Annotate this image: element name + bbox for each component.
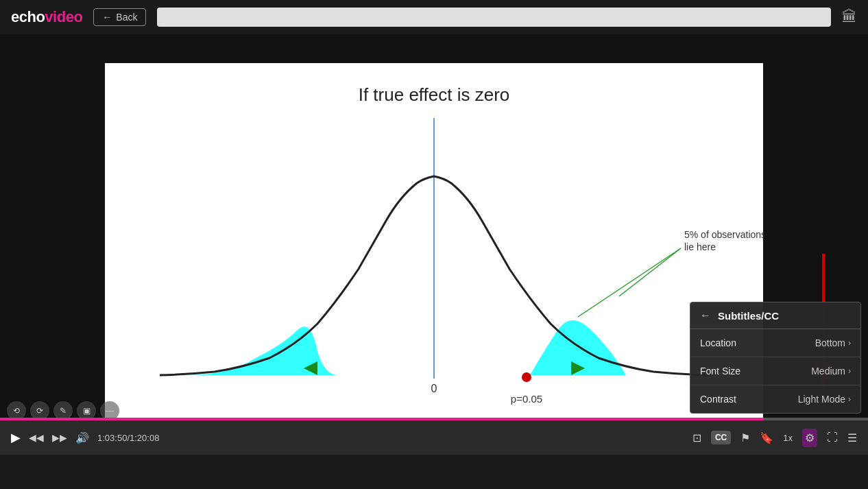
top-bar: echo video ← Back 🏛	[0, 0, 868, 34]
font-size-value: Medium ›	[811, 366, 851, 377]
panel-title: Subtitles/CC	[718, 310, 779, 322]
slide-container: If true effect is zero 5% of observation…	[105, 63, 763, 433]
time-display: 1:03:50/1:20:08	[97, 433, 159, 443]
annotation-text-line1: 5% of observations	[684, 229, 763, 240]
url-bar[interactable]	[157, 8, 831, 27]
fullscreen-button[interactable]: ⛶	[827, 431, 838, 444]
p-label: p=0.05	[511, 393, 542, 405]
p-value-dot	[522, 372, 531, 382]
volume-icon[interactable]: 🔊	[75, 431, 89, 444]
skip-back-button[interactable]: ◀◀	[29, 432, 44, 443]
flag-button[interactable]: ⚑	[740, 431, 750, 444]
toolbar-right: ⊡ CC ⚑ 🔖 1x ⚙ ⛶ ☰	[692, 429, 857, 447]
bottom-toolbar: ▶ ◀◀ ▶▶ 🔊 1:03:50/1:20:08 ⊡ CC ⚑ 🔖 1x ⚙ …	[0, 420, 868, 455]
subtitles-panel: ← Subtitles/CC Location Bottom › Font Si…	[690, 302, 861, 414]
logo-video: video	[45, 8, 82, 26]
contrast-label: Contrast	[700, 394, 736, 405]
transcript-button[interactable]: ⊡	[692, 431, 701, 444]
back-arrow-icon: ←	[102, 12, 112, 23]
panel-back-icon[interactable]: ←	[700, 309, 711, 322]
cc-button[interactable]: CC	[711, 431, 731, 444]
institution-icon[interactable]: 🏛	[842, 8, 857, 26]
back-button[interactable]: ← Back	[93, 8, 146, 26]
contrast-value: Light Mode ›	[798, 394, 851, 405]
font-size-label: Font Size	[700, 366, 740, 377]
location-row[interactable]: Location Bottom ›	[690, 329, 860, 357]
location-label: Location	[700, 337, 736, 348]
font-size-row[interactable]: Font Size Medium ›	[690, 357, 860, 385]
bookmark-button[interactable]: 🔖	[760, 431, 773, 444]
panel-header: ← Subtitles/CC	[690, 302, 860, 329]
contrast-chevron: ›	[848, 394, 851, 404]
speed-label[interactable]: 1x	[783, 433, 793, 443]
logo-echo: echo	[11, 8, 45, 26]
logo: echo video	[11, 8, 82, 26]
location-value: Bottom ›	[815, 337, 851, 348]
zero-label: 0	[431, 383, 437, 394]
location-chevron: ›	[848, 338, 851, 348]
chart-title: If true effect is zero	[359, 84, 510, 105]
settings-button[interactable]: ⚙	[802, 429, 817, 447]
play-button[interactable]: ▶	[11, 430, 21, 445]
font-size-chevron: ›	[848, 366, 851, 376]
contrast-row[interactable]: Contrast Light Mode ›	[690, 385, 860, 413]
chart-svg: If true effect is zero 5% of observation…	[105, 63, 763, 433]
annotation-text-line2: lie here	[684, 241, 716, 252]
skip-forward-button[interactable]: ▶▶	[52, 432, 67, 443]
sidebar-button[interactable]: ☰	[847, 431, 857, 444]
main-content: If true effect is zero 5% of observation…	[0, 34, 868, 455]
